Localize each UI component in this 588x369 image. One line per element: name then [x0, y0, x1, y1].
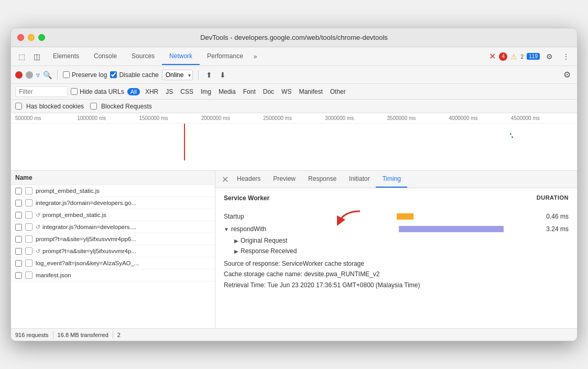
file-checkbox-7[interactable] — [15, 272, 22, 279]
blocked-requests-label[interactable]: Blocked Requests — [90, 103, 152, 110]
request-count: 916 requests — [15, 332, 49, 338]
tab-response[interactable]: Response — [302, 171, 343, 188]
hide-data-urls-label[interactable]: Hide data URLs — [71, 88, 124, 95]
error-count: 4 — [499, 52, 507, 61]
device-toggle-button[interactable]: ◫ — [30, 50, 43, 63]
has-blocked-cookies-label[interactable]: Has blocked cookies — [15, 103, 84, 110]
timeline-mark-5: 2500000 ms — [263, 115, 325, 121]
devtools-window: DevTools - developers.google.com/web/too… — [10, 28, 578, 341]
tab-preview[interactable]: Preview — [267, 171, 302, 188]
filter-ws[interactable]: WS — [279, 87, 293, 96]
file-item-4[interactable]: prompt?t=a&site=ylj5ifxusvvmr4pp6... — [11, 233, 215, 245]
disable-cache-input[interactable] — [110, 71, 117, 78]
respond-row: ▼ respondWith 3.24 ms — [224, 225, 569, 233]
transferred-size: 16.8 MB transferred — [58, 332, 108, 338]
respond-duration: 3.24 ms — [532, 225, 569, 233]
all-filter-badge[interactable]: All — [127, 88, 140, 95]
tab-elements[interactable]: Elements — [46, 48, 86, 65]
toolbar-right: ✕ 4 ⚠ 2 119 ⚙ ⋮ — [489, 50, 573, 63]
file-checkbox-0[interactable] — [15, 188, 22, 194]
respond-bar-area — [294, 225, 532, 233]
timing-header: Service Worker DURATION — [224, 194, 569, 206]
file-icon-0 — [25, 187, 32, 194]
timeline-ruler: 500000 ms 1000000 ms 1500000 ms 2000000 … — [11, 113, 577, 124]
tab-initiator[interactable]: Initiator — [343, 171, 376, 188]
record-button[interactable] — [15, 71, 23, 79]
title-bar: DevTools - developers.google.com/web/too… — [11, 28, 577, 47]
timeline-mark-6: 3000000 ms — [325, 115, 387, 121]
respond-bar — [399, 226, 504, 232]
file-item-6[interactable]: log_event?alt=json&key=AIzaSyAO_... — [11, 257, 215, 269]
filter-doc[interactable]: Doc — [261, 87, 276, 96]
file-item-2[interactable]: ↺ prompt_embed_static.js — [11, 209, 215, 221]
file-checkbox-1[interactable] — [15, 200, 22, 207]
filter-icon[interactable]: ▿ — [36, 71, 40, 79]
source-of-response: Source of response: ServiceWorker cache … — [224, 258, 569, 290]
warn-count: 2 — [520, 53, 524, 60]
disable-cache-checkbox[interactable]: Disable cache — [110, 71, 158, 79]
upload-button[interactable]: ⬆ — [204, 70, 214, 80]
file-list-header: Name — [11, 171, 215, 185]
close-detail-button[interactable]: ✕ — [220, 171, 231, 188]
cursor-tool-button[interactable]: ⬚ — [15, 50, 28, 63]
response-received-item[interactable]: ▶ Response Received — [224, 246, 569, 256]
file-checkbox-6[interactable] — [15, 260, 22, 267]
network-settings-button[interactable]: ⚙ — [561, 69, 573, 81]
status-sep-2 — [113, 331, 113, 339]
original-expand[interactable]: ▶ — [234, 238, 238, 244]
file-checkbox-4[interactable] — [15, 236, 22, 243]
tab-sources[interactable]: Sources — [124, 48, 162, 65]
maximize-button[interactable] — [38, 34, 45, 41]
search-icon[interactable]: 🔍 — [43, 71, 52, 79]
original-request-item[interactable]: ▶ Original Request — [224, 235, 569, 246]
filter-other[interactable]: Other — [328, 87, 348, 96]
more-tabs-button[interactable]: » — [251, 49, 260, 64]
more-menu-button[interactable]: ⋮ — [559, 50, 573, 63]
file-item-3[interactable]: ↺ integrator.js?domain=developers.... — [11, 221, 215, 233]
file-item-1[interactable]: integrator.js?domain=developers.go... — [11, 197, 215, 209]
throttle-select[interactable]: Online — [162, 70, 193, 80]
download-button[interactable]: ⬇ — [217, 70, 228, 80]
startup-row: Startup — [224, 212, 569, 221]
timeline-mark-9: 4500000 ms — [511, 115, 573, 121]
timeline-red-line — [184, 124, 185, 160]
has-blocked-cookies-checkbox[interactable] — [15, 103, 22, 110]
file-checkbox-2[interactable] — [15, 212, 22, 219]
filter-js[interactable]: JS — [164, 87, 175, 96]
filter-media[interactable]: Media — [216, 87, 238, 96]
timeline-mark-1: 500000 ms — [15, 115, 77, 121]
minimize-button[interactable] — [28, 34, 35, 41]
filter-manifest[interactable]: Manifest — [297, 87, 324, 96]
msg-count: 119 — [527, 53, 540, 60]
detail-tabs: ✕ Headers Preview Response Initiator Tim… — [215, 171, 577, 188]
tab-headers[interactable]: Headers — [231, 171, 267, 188]
respond-expand-arrow[interactable]: ▼ — [224, 226, 229, 232]
file-checkbox-5[interactable] — [15, 248, 22, 255]
tab-network[interactable]: Network — [162, 48, 200, 65]
hide-data-urls-checkbox[interactable] — [71, 88, 78, 95]
preserve-log-input[interactable] — [63, 71, 70, 78]
startup-bar — [397, 213, 413, 220]
file-item-7[interactable]: manifest.json — [11, 269, 215, 281]
tab-performance[interactable]: Performance — [200, 48, 251, 65]
file-checkbox-3[interactable] — [15, 224, 22, 231]
filter-font[interactable]: Font — [241, 87, 258, 96]
separator — [57, 70, 58, 80]
filter-xhr[interactable]: XHR — [143, 87, 160, 96]
file-list: Name prompt_embed_static.js integrator.j… — [11, 171, 215, 328]
filter-input[interactable] — [15, 86, 68, 97]
filter-img[interactable]: Img — [199, 87, 213, 96]
filter-css[interactable]: CSS — [178, 87, 195, 96]
response-expand[interactable]: ▶ — [234, 248, 238, 254]
blocked-requests-checkbox[interactable] — [90, 103, 97, 110]
timeline-mark-2: 1000000 ms — [77, 115, 139, 121]
preserve-log-checkbox[interactable]: Preserve log — [63, 71, 107, 79]
stop-button[interactable] — [26, 71, 33, 79]
file-item-0[interactable]: prompt_embed_static.js — [11, 185, 215, 197]
tab-console[interactable]: Console — [86, 48, 124, 65]
duration-col-label: DURATION — [537, 194, 569, 206]
file-item-5[interactable]: ↺ prompt?t=a&site=ylj5ifxusvvmr4p... — [11, 245, 215, 257]
settings-button[interactable]: ⚙ — [543, 50, 556, 63]
close-button[interactable] — [17, 34, 24, 41]
tab-timing[interactable]: Timing — [376, 171, 407, 188]
